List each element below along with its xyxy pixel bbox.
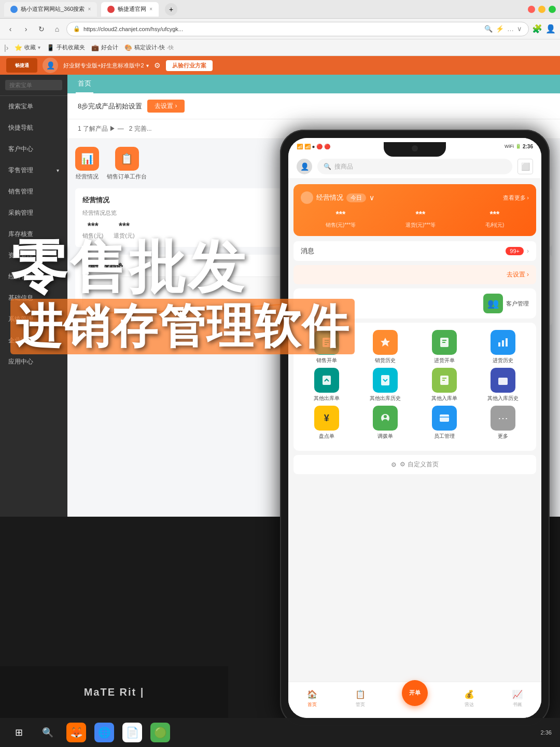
app-more[interactable]: ⋯ 更多: [478, 406, 529, 439]
orange-dashboard-card: 经营情况 今日 ∨ 查看更多 › *** 销售(元)***等 *: [293, 184, 536, 236]
address-bar[interactable]: 🔒 https://cloud2.chanjet.com/hsy/ufcygk.…: [66, 22, 529, 36]
forward-button[interactable]: ›: [20, 23, 32, 35]
new-tab-button[interactable]: +: [165, 3, 177, 16]
extensions-icon: 🧩: [532, 24, 542, 34]
app-sales-order[interactable]: 销售开单: [301, 330, 353, 364]
goto-setup-button[interactable]: 去设置 ›: [147, 100, 184, 113]
gear-settings-icon[interactable]: ⚙: [154, 61, 161, 70]
home-button[interactable]: ⌂: [51, 23, 63, 35]
other-in-history-icon: [491, 368, 515, 393]
view-more-link[interactable]: 查看更多 ›: [503, 194, 529, 202]
sidebar-item-purchase[interactable]: 采购管理: [0, 202, 67, 224]
quick-icon-sales-order[interactable]: 📋 销售订单工作台: [107, 147, 147, 181]
app-other-out-history[interactable]: 其他出库历史: [360, 368, 412, 402]
customer-label: 客户管理: [506, 300, 529, 308]
svg-rect-10: [502, 340, 504, 347]
orange-dot-icon: [301, 191, 313, 204]
phone-setup-row[interactable]: 去设置 ›: [293, 265, 536, 284]
browser-tab-2[interactable]: 畅捷通官网 ×: [101, 2, 159, 17]
other-in-order-icon: [432, 368, 457, 393]
app-transfer[interactable]: 调拨单: [360, 406, 412, 439]
bookmark-collections[interactable]: ⭐ 收藏 ▾: [15, 44, 40, 51]
more-arrow-icon: ›: [527, 195, 529, 201]
phone-camera: [412, 145, 418, 151]
bottom-nav-sales[interactable]: 💰 营达: [463, 688, 475, 708]
bottom-nav-stats[interactable]: 📈 书账: [511, 688, 524, 708]
bookmark-mobile[interactable]: 📱 手机收藏夹: [47, 44, 85, 51]
app-other-in-order[interactable]: 其他入库单: [418, 368, 470, 402]
main-nav-home[interactable]: 首页: [76, 75, 93, 93]
bottom-nav-open-order[interactable]: 开单: [402, 690, 428, 706]
stats-nav-icon: 📈: [511, 688, 524, 700]
bookmark-accounting[interactable]: 💼 好会计: [91, 44, 118, 51]
inventory-count-icon: ¥: [314, 406, 339, 431]
sidebar-item-retail[interactable]: 零售管理 ▾: [0, 160, 67, 181]
other-out-order-icon: [314, 368, 339, 393]
phone-scan-icon[interactable]: ⬜: [517, 159, 533, 174]
message-row[interactable]: 消息 99+ ›: [293, 241, 536, 261]
sidebar-item-system[interactable]: 系统管理: [0, 309, 67, 330]
sidebar-search-input[interactable]: [5, 80, 62, 90]
today-tag: 今日: [346, 193, 366, 202]
phone-topbar: 👤 🔍 搜商品 ⬜: [288, 155, 541, 179]
sidebar-item-apps[interactable]: 应用中心: [0, 351, 67, 372]
app-sales-history[interactable]: 销货历史: [360, 330, 412, 364]
sidebar-item-quicknav[interactable]: 快捷导航: [0, 117, 67, 139]
more-icon: ⋯: [491, 406, 515, 431]
customer-mgmt-row[interactable]: 👥 客户管理: [293, 288, 536, 319]
phone-search-box[interactable]: 🔍 搜商品: [317, 159, 512, 174]
phone-setup-link[interactable]: 去设置 ›: [507, 270, 529, 279]
sidebar-item-finance[interactable]: 资金管理: [0, 245, 67, 266]
sidebar-item-operations[interactable]: 经营管理: [0, 266, 67, 287]
app-inventory-count[interactable]: ¥ 盘点单: [301, 406, 353, 439]
bottom-nav-manage[interactable]: 📋 管页: [354, 688, 367, 708]
tab-close-1[interactable]: ×: [88, 6, 91, 12]
setup-banner: 8步完成产品初始设置 去设置 ›: [67, 93, 560, 119]
taskbar-chrome[interactable]: 🌐: [94, 723, 114, 742]
app-selector[interactable]: 好业财专业版+好生意标准版中2 ▾: [63, 62, 149, 70]
industry-solution-button[interactable]: 从验行业方案: [166, 60, 213, 71]
app-employee[interactable]: 员工管理: [418, 406, 470, 439]
taskbar-firefox[interactable]: 🦊: [66, 723, 86, 742]
orange-card-title: 经营情况 今日 ∨: [301, 191, 374, 204]
phone-user-avatar[interactable]: 👤: [297, 159, 312, 174]
menu-icon: …: [507, 25, 514, 33]
back-button[interactable]: ‹: [4, 23, 17, 35]
tab-close-2[interactable]: ×: [149, 6, 152, 12]
lock-icon: 🔒: [73, 25, 80, 32]
dropdown-icon[interactable]: ∨: [369, 193, 374, 202]
purchase-order-icon-phone: [432, 330, 457, 355]
wifi-icon: WiFi: [505, 144, 514, 149]
taskbar-doc[interactable]: 📄: [122, 723, 142, 742]
bookmark-design[interactable]: 🎨 稿定设计-快 -快: [124, 44, 174, 51]
user-avatar[interactable]: 👤: [43, 58, 58, 73]
tray-time: 2:36: [541, 729, 552, 736]
status-icons-left: 📶 📶 ● 🔴 🔴: [297, 144, 330, 149]
app-purchase-history[interactable]: 进货历史: [478, 330, 529, 364]
svg-rect-9: [498, 342, 500, 347]
taskbar-app4[interactable]: 🟢: [150, 723, 170, 742]
sidebar-item-customer[interactable]: 客户中心: [0, 139, 67, 160]
app-purchase-order[interactable]: 进货开单: [418, 330, 470, 364]
browser-tab-1[interactable]: 杨小道官网网站_360搜索 ×: [4, 2, 97, 17]
app-section-1: 销售开单 销货历史 进货开单: [293, 323, 536, 451]
start-button[interactable]: ⊞: [8, 722, 29, 743]
bookmarks-toggle[interactable]: |›: [4, 44, 8, 52]
app-other-in-history[interactable]: 其他入库历史: [478, 368, 529, 402]
open-order-icon[interactable]: 开单: [402, 680, 428, 706]
app-other-out-order[interactable]: 其他出库单: [301, 368, 353, 402]
app-topbar: 畅捷通 👤 好业财专业版+好生意标准版中2 ▾ ⚙ 从验行业方案: [0, 56, 560, 75]
customize-homepage-row[interactable]: ⚙ ⚙ 自定义首页: [293, 455, 536, 474]
sidebar-item-basic[interactable]: 基础信息: [0, 287, 67, 309]
main-header: 首页: [67, 75, 560, 93]
sidebar-item-sales[interactable]: 销售管理: [0, 181, 67, 202]
chevron-icon: ∨: [517, 25, 522, 33]
quick-icon-operations[interactable]: 📊 经营情况: [75, 147, 99, 181]
taskbar-search-button[interactable]: 🔍: [37, 722, 58, 743]
refresh-button[interactable]: ↻: [35, 23, 48, 35]
sidebar-item-search[interactable]: 搜索宝单: [0, 96, 67, 117]
bottom-nav-home[interactable]: 🏠 首页: [306, 688, 318, 708]
sidebar-item-enterprise[interactable]: 企业协同: [0, 330, 67, 351]
sidebar-item-inventory[interactable]: 库存核查: [0, 224, 67, 245]
operations-icon: 📊: [75, 147, 99, 171]
